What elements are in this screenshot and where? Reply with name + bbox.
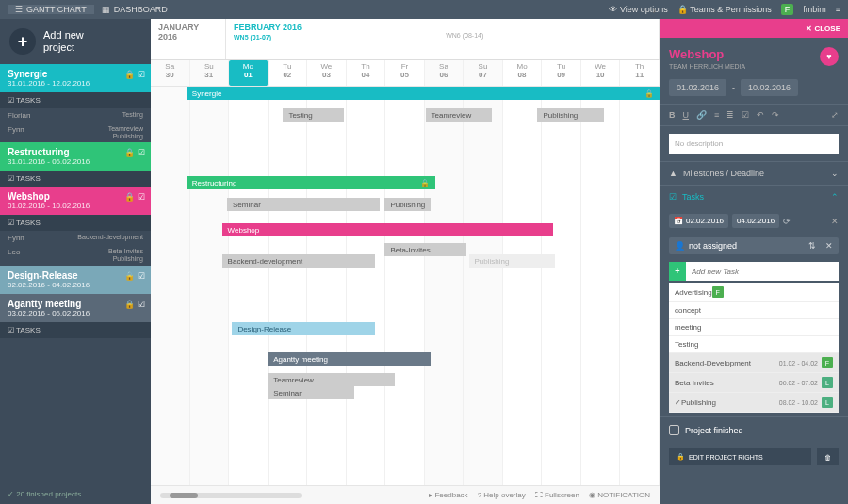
day-col: Fr05 <box>385 60 425 86</box>
day-col: Th11 <box>620 60 660 86</box>
date-end[interactable]: 10.02.2016 <box>741 79 798 96</box>
gantt-bar[interactable]: Teamreview <box>426 108 492 122</box>
task-date-end[interactable]: 04.02.2016 <box>732 214 779 228</box>
gantt-bar[interactable]: Restructuring🔒 <box>187 176 436 189</box>
gantt-bar[interactable]: Seminar <box>268 386 354 399</box>
add-task-input[interactable] <box>686 262 839 281</box>
tasks-header[interactable]: ☑ TASKS <box>0 171 151 187</box>
day-col: Tu02 <box>269 60 308 86</box>
undo-icon[interactable]: ↶ <box>757 110 764 120</box>
link-icon[interactable]: 🔗 <box>696 110 707 120</box>
check-icon: ☑ <box>138 148 145 157</box>
list-icon[interactable]: ≡ <box>714 110 719 120</box>
day-col: Tu09 <box>542 60 581 86</box>
delete-button[interactable]: 🗑 <box>817 448 839 465</box>
day-col: Mo01 <box>229 60 269 86</box>
assignee-row[interactable]: FynnBackend-development <box>0 231 151 245</box>
flag-icon: ▲ <box>669 169 677 178</box>
project-design[interactable]: Design-Release02.02.2016 - 04.02.2016🔒☑ <box>0 266 151 294</box>
lock-icon: 🔒 <box>124 300 135 309</box>
check-icon: ☑ <box>138 70 145 79</box>
chevron-down-icon: ⌄ <box>831 169 839 178</box>
repeat-icon[interactable]: ⟳ <box>783 217 791 226</box>
tasks-header[interactable]: ☑ TASKS <box>0 92 151 108</box>
gantt-bar[interactable]: Testing <box>283 108 344 122</box>
lock-icon: 🔒 <box>124 192 135 202</box>
project-synergie[interactable]: Synergie31.01.2016 - 12.02.2016🔒☑ <box>0 64 151 92</box>
task-item[interactable]: Testing <box>669 336 839 353</box>
add-project-button[interactable]: + Add new project <box>0 19 151 64</box>
gantt-bar[interactable]: Agantty meeting <box>268 352 431 366</box>
assignee-select[interactable]: 👤 not assigned ⇅ ✕ <box>669 237 839 254</box>
teams-permissions[interactable]: 🔒 Teams & Permissions <box>677 5 772 14</box>
menu-icon[interactable]: ≡ <box>836 5 840 14</box>
gantt-bar[interactable]: Publishing <box>537 108 603 122</box>
panel-team: TEAM HERRLICH MEDIA <box>669 63 745 70</box>
lock-icon: 🔒 <box>124 271 135 281</box>
milestones-section[interactable]: ▲ Milestones / Deadline ⌄ <box>660 161 848 185</box>
bold-icon[interactable]: B <box>669 110 676 120</box>
day-col: We10 <box>581 60 621 86</box>
day-col: Su07 <box>464 60 503 86</box>
view-options[interactable]: 👁 View options <box>609 5 667 14</box>
help-link[interactable]: ? Help overlay <box>478 491 526 499</box>
gantt-bar[interactable]: Publishing <box>469 254 556 268</box>
gantt-bar[interactable]: Webshop <box>222 223 553 236</box>
add-project-label: Add new project <box>43 29 84 54</box>
assignee-row[interactable]: FlorianTesting <box>0 108 151 122</box>
project-finished-toggle[interactable]: Project finished <box>660 416 848 443</box>
tasks-header[interactable]: ☑ TASKS <box>0 215 151 231</box>
project-restruct[interactable]: Restructuring31.01.2016 - 06.02.2016🔒☑ <box>0 142 151 171</box>
tasks-header[interactable]: ☑ TASKS <box>0 322 151 338</box>
gantt-bar[interactable]: Design-Release <box>232 322 374 335</box>
lock-icon: 🔒 <box>124 148 135 157</box>
gantt-bar[interactable]: Beta-Invites <box>384 243 465 256</box>
tasks-icon: ☑ <box>669 192 677 202</box>
fullscreen-link[interactable]: ⛶ Fullscreen <box>535 491 579 499</box>
month-jan: JANUARY 2016 <box>151 19 226 59</box>
tab-dashboard[interactable]: ▦ DASHBOARD <box>94 5 175 14</box>
gantt-bar[interactable]: Seminar <box>227 198 380 211</box>
user-badge[interactable]: F <box>781 4 794 15</box>
gantt-bar[interactable]: Synergie🔒 <box>187 87 660 100</box>
gantt-bar[interactable]: Backend-development <box>222 254 375 268</box>
add-task-button[interactable]: + <box>669 262 686 281</box>
clear-assign[interactable]: ✕ <box>825 241 833 251</box>
notification-link[interactable]: ◉ NOTIFICATION <box>589 491 650 499</box>
task-item[interactable]: Beta Invites06.02 - 07.02L <box>669 373 839 393</box>
project-webshop[interactable]: Webshop01.02.2016 - 10.02.2016🔒☑ <box>0 187 151 215</box>
task-date-start[interactable]: 📅 02.02.2016 <box>669 214 728 228</box>
edit-rights-button[interactable]: 🔒 EDIT PROJECT RIGHTS <box>669 448 811 465</box>
expand-icon[interactable]: ⤢ <box>831 110 839 120</box>
task-item[interactable]: meeting <box>669 319 839 336</box>
tasks-section[interactable]: ☑ Tasks ⌃ <box>660 185 848 208</box>
gantt-bar[interactable]: Publishing <box>384 198 431 211</box>
assignee-row[interactable]: LeoBeta-Invites Publishing <box>0 245 151 265</box>
task-item[interactable]: Backend-Development01.02 - 04.02F <box>669 353 839 373</box>
clear-dates[interactable]: ✕ <box>831 217 839 226</box>
close-button[interactable]: ✕ CLOSE <box>660 19 848 38</box>
favorite-icon[interactable]: ♥ <box>820 47 839 66</box>
check-icon[interactable]: ☑ <box>742 110 749 120</box>
gantt-bar[interactable]: Teamreview <box>268 373 395 386</box>
task-item[interactable]: ✓ Publishing08.02 - 10.02L <box>669 393 839 413</box>
assignee-row[interactable]: FynnTeamreview Publishing <box>0 122 151 142</box>
finished-projects[interactable]: ✓ 20 finished projects <box>0 484 151 504</box>
tab-gantt[interactable]: ☰ GANTT CHART <box>8 5 94 14</box>
date-start[interactable]: 01.02.2016 <box>669 79 726 96</box>
day-col: Sa06 <box>425 60 465 86</box>
day-col: Sa30 <box>151 60 190 86</box>
redo-icon[interactable]: ↷ <box>772 110 779 120</box>
timeline-scrollbar[interactable] <box>160 493 302 498</box>
feedback-link[interactable]: ▸ Feedback <box>429 491 467 499</box>
olist-icon[interactable]: ≣ <box>726 110 734 120</box>
project-agantty[interactable]: Agantty meeting03.02.2016 - 06.02.2016🔒☑ <box>0 294 151 322</box>
panel-title: Webshop <box>669 47 745 61</box>
task-item[interactable]: concept <box>669 302 839 319</box>
description-input[interactable]: No description <box>669 134 839 154</box>
task-item[interactable]: AdvertisingF <box>669 283 839 302</box>
checkbox-icon <box>669 425 679 435</box>
underline-icon[interactable]: U <box>683 110 690 120</box>
user-name[interactable]: fmbim <box>803 5 826 14</box>
lock-icon: 🔒 <box>124 70 135 79</box>
